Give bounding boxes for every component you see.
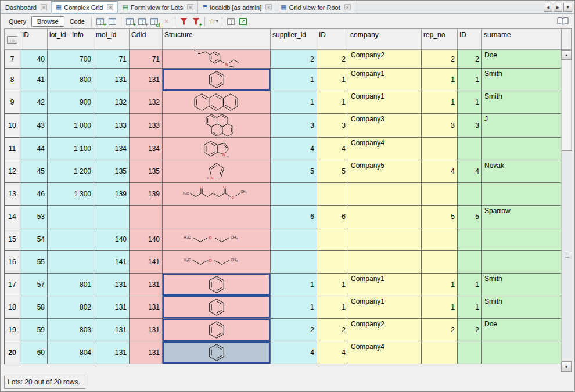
- cell-surname[interactable]: Doe: [482, 319, 562, 341]
- cell-lot[interactable]: [48, 206, 94, 228]
- cell-surname[interactable]: [482, 251, 562, 274]
- cell-lot[interactable]: [48, 228, 94, 251]
- cell-id3[interactable]: [458, 138, 482, 160]
- cell-company[interactable]: Company1: [348, 69, 422, 91]
- close-icon[interactable]: ×: [107, 4, 113, 10]
- cell-mol[interactable]: 131: [94, 296, 130, 319]
- filter-icon[interactable]: [178, 16, 190, 27]
- scroll-tabs-right-button[interactable]: ▶: [554, 3, 562, 12]
- cell-structure[interactable]: [163, 341, 271, 364]
- cell-id3[interactable]: 1: [458, 296, 482, 319]
- cell-company[interactable]: [348, 183, 422, 206]
- delete-record-icon[interactable]: ×: [160, 16, 172, 27]
- cell-mol[interactable]: 135: [94, 160, 130, 183]
- cell-surname[interactable]: Smith: [482, 296, 562, 319]
- scroll-tabs-left-button[interactable]: ◀: [544, 3, 552, 12]
- cell-id2[interactable]: 6: [317, 206, 348, 228]
- favorites-icon[interactable]: ☆▾: [207, 16, 220, 27]
- cell-company[interactable]: [348, 251, 422, 274]
- column-header-company[interactable]: company: [348, 29, 422, 50]
- grid-options-button[interactable]: ...: [7, 36, 17, 44]
- cell-id[interactable]: 59: [20, 319, 48, 341]
- cell-mol[interactable]: 133: [94, 114, 130, 138]
- tab-localdb[interactable]: ≣ localdb [as admin] ×: [198, 1, 276, 13]
- column-header-id2[interactable]: ID: [317, 29, 348, 50]
- cell-supplier[interactable]: [271, 251, 317, 274]
- scrollbar-track[interactable]: [561, 60, 572, 362]
- cell-structure[interactable]: [163, 91, 271, 114]
- cell-cdid[interactable]: 141: [130, 251, 163, 274]
- cell-company[interactable]: Company2: [348, 319, 422, 341]
- book-icon[interactable]: [557, 17, 569, 26]
- cell-supplier[interactable]: 2: [271, 319, 317, 341]
- cell-id3[interactable]: [458, 251, 482, 274]
- code-mode-button[interactable]: Code: [66, 17, 89, 26]
- row-number[interactable]: 14: [5, 206, 20, 228]
- column-header-supplier[interactable]: supplier_id: [271, 29, 317, 50]
- close-icon[interactable]: ×: [344, 4, 351, 10]
- cell-cdid[interactable]: 133: [130, 114, 163, 138]
- cell-rep[interactable]: [422, 228, 458, 251]
- cell-structure[interactable]: NH: [163, 160, 271, 183]
- corner-header[interactable]: ...: [5, 29, 20, 50]
- cell-lot[interactable]: 700: [48, 50, 94, 69]
- cell-mol[interactable]: 131: [94, 274, 130, 296]
- insert-child-record-icon[interactable]: +: [136, 16, 148, 27]
- cell-cdid[interactable]: 131: [130, 69, 163, 91]
- cell-lot[interactable]: 1 000: [48, 114, 94, 138]
- cell-id[interactable]: 60: [20, 341, 48, 364]
- cell-supplier[interactable]: 1: [271, 296, 317, 319]
- close-icon[interactable]: ×: [187, 4, 193, 10]
- cell-rep[interactable]: 1: [422, 274, 458, 296]
- add-filter-icon[interactable]: +: [190, 16, 202, 27]
- cell-surname[interactable]: [482, 228, 562, 251]
- cell-lot[interactable]: 804: [48, 341, 94, 364]
- cell-supplier[interactable]: 1: [271, 69, 317, 91]
- row-number[interactable]: 20: [5, 341, 20, 364]
- cell-id3[interactable]: 4: [458, 160, 482, 183]
- cell-id[interactable]: 41: [20, 69, 48, 91]
- scroll-down-button[interactable]: ▼: [561, 362, 572, 372]
- cell-lot[interactable]: 800: [48, 69, 94, 91]
- cell-company[interactable]: Company3: [348, 114, 422, 138]
- cell-mol[interactable]: 71: [94, 50, 130, 69]
- grid-edit-icon[interactable]: [106, 16, 118, 27]
- cell-surname[interactable]: Doe: [482, 50, 562, 69]
- cell-lot[interactable]: 900: [48, 91, 94, 114]
- cell-lot[interactable]: 803: [48, 319, 94, 341]
- cell-id2[interactable]: [317, 251, 348, 274]
- column-header-id3[interactable]: ID: [458, 29, 482, 50]
- row-number[interactable]: 18: [5, 296, 20, 319]
- cell-id2[interactable]: 5: [317, 160, 348, 183]
- cell-mol[interactable]: 131: [94, 341, 130, 364]
- cell-structure[interactable]: H₃COOOCH₃: [163, 183, 271, 206]
- cell-lot[interactable]: 1 100: [48, 138, 94, 160]
- cell-mol[interactable]: 134: [94, 138, 130, 160]
- cell-structure[interactable]: NH: [163, 138, 271, 160]
- cell-surname[interactable]: J: [482, 114, 562, 138]
- cell-id2[interactable]: 2: [317, 319, 348, 341]
- cell-rep[interactable]: 1: [422, 69, 458, 91]
- column-header-lot[interactable]: lot_id - info: [48, 29, 94, 50]
- cell-cdid[interactable]: [130, 206, 163, 228]
- cell-surname[interactable]: [482, 341, 562, 364]
- cell-rep[interactable]: 1: [422, 91, 458, 114]
- close-icon[interactable]: ×: [41, 4, 47, 10]
- cell-structure[interactable]: H₃COCH₃: [163, 251, 271, 274]
- cell-rep[interactable]: [422, 341, 458, 364]
- cell-company[interactable]: Company1: [348, 274, 422, 296]
- cell-mol[interactable]: 141: [94, 251, 130, 274]
- append-row-icon[interactable]: +: [94, 16, 106, 27]
- tab-form-view-for-lots[interactable]: ▤ Form view for Lots ×: [118, 1, 198, 13]
- cell-supplier[interactable]: 3: [271, 114, 317, 138]
- cell-supplier[interactable]: 1: [271, 91, 317, 114]
- cell-company[interactable]: Company2: [348, 50, 422, 69]
- cell-surname[interactable]: [482, 183, 562, 206]
- grid-view-icon[interactable]: [225, 16, 237, 27]
- cell-structure[interactable]: [163, 114, 271, 138]
- cell-cdid[interactable]: 131: [130, 341, 163, 364]
- column-header-structure[interactable]: Structure: [163, 29, 271, 50]
- cell-company[interactable]: Company1: [348, 296, 422, 319]
- tab-complex-grid[interactable]: ▦ Complex Grid ×: [52, 1, 118, 13]
- cell-supplier[interactable]: [271, 183, 317, 206]
